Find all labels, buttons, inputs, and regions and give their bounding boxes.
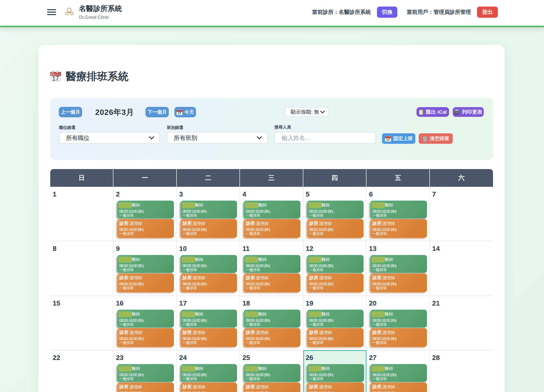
svg-text:17: 17 [178, 112, 181, 115]
svg-text:17: 17 [386, 138, 390, 142]
svg-text:17: 17 [52, 75, 59, 82]
